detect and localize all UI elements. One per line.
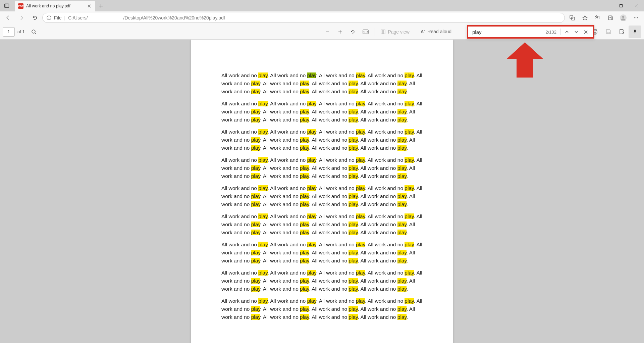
highlight-match: play — [307, 129, 316, 135]
highlight-match: play — [405, 157, 414, 163]
favorites-button[interactable] — [592, 12, 604, 23]
highlight-match: play — [397, 145, 407, 151]
browser-tab[interactable]: PDF All work and no play.pdf — [15, 1, 95, 11]
highlight-match: play — [307, 157, 316, 163]
titlebar: PDF All work and no play.pdf — [0, 0, 644, 11]
highlight-match: play — [405, 72, 414, 78]
page-number-input[interactable] — [3, 27, 15, 37]
highlight-match: play — [356, 242, 365, 247]
plus-icon — [338, 30, 342, 34]
save-icon — [605, 29, 611, 35]
highlight-match: play — [300, 250, 309, 255]
save-button[interactable] — [602, 26, 614, 38]
svg-point-6 — [49, 16, 49, 17]
page-view-button[interactable]: Page view — [378, 29, 412, 35]
svg-point-16 — [634, 17, 635, 18]
back-button[interactable] — [2, 12, 14, 23]
back-arrow-icon — [5, 15, 11, 21]
highlight-match: play — [397, 117, 407, 122]
highlight-match: play — [307, 72, 316, 78]
pdf-toolbar: of 1 Page view A» Read aloud 2/132 — [0, 24, 644, 40]
highlight-match: play — [251, 109, 260, 114]
highlight-match: play — [397, 258, 407, 263]
highlight-match: play — [300, 286, 309, 292]
highlight-match: play — [258, 270, 267, 276]
page-view-icon — [380, 29, 386, 35]
highlight-match: play — [405, 270, 414, 276]
zoom-out-button[interactable] — [321, 26, 334, 38]
highlight-match: play — [300, 201, 309, 207]
paragraph: All work and no play. All work and no pl… — [221, 71, 423, 96]
highlight-match: play — [251, 250, 260, 255]
tab-actions-button[interactable] — [0, 0, 13, 11]
highlight-match: play — [251, 222, 260, 227]
highlight-match: play — [258, 185, 267, 191]
pdf-viewport[interactable]: All work and no play. All work and no pl… — [0, 40, 644, 343]
highlight-match: play — [251, 81, 260, 86]
highlight-match: play — [300, 278, 309, 284]
window-close-button[interactable] — [629, 0, 644, 11]
find-close-button[interactable] — [581, 27, 590, 37]
find-input[interactable] — [471, 29, 543, 36]
new-tab-button[interactable] — [95, 1, 107, 11]
highlight-match: play — [356, 101, 365, 106]
add-favorite-button[interactable] — [579, 12, 591, 23]
tab-title: All work and no play.pdf — [26, 4, 87, 8]
highlight-match: play — [348, 193, 358, 199]
find-prev-button[interactable] — [562, 27, 572, 37]
profile-icon — [620, 14, 627, 21]
highlight-match: play — [405, 129, 414, 135]
toolbar-separator — [415, 28, 415, 36]
maximize-icon — [619, 4, 623, 8]
highlight-match: play — [405, 298, 414, 304]
read-aloud-button[interactable]: A» Read aloud — [418, 29, 454, 34]
highlight-match: play — [251, 173, 260, 179]
save-as-button[interactable] — [615, 26, 628, 38]
address-path-prefix: C:/Users/ — [68, 15, 88, 20]
pin-toolbar-button[interactable] — [629, 26, 641, 38]
highlight-match: play — [251, 230, 260, 235]
address-bar[interactable]: File | C:/Users/ /Desktop/All%20work%20a… — [42, 13, 565, 23]
annotation-arrow — [506, 42, 543, 79]
highlight-match: play — [251, 193, 260, 199]
highlight-match: play — [258, 129, 267, 135]
close-icon — [584, 30, 588, 34]
highlight-match: play — [348, 81, 358, 86]
forward-button[interactable] — [15, 12, 28, 23]
highlight-match: play — [300, 222, 309, 227]
highlight-match: play — [397, 201, 407, 207]
highlight-match: play — [300, 306, 309, 312]
highlight-match: play — [251, 201, 260, 207]
menu-button[interactable] — [630, 12, 642, 23]
translate-button[interactable] — [566, 12, 578, 23]
pin-icon — [632, 29, 638, 35]
zoom-in-button[interactable] — [334, 26, 346, 38]
fit-page-button[interactable] — [359, 26, 372, 38]
dots-icon — [633, 15, 639, 20]
svg-rect-0 — [5, 4, 9, 8]
collections-button[interactable] — [604, 12, 616, 23]
minimize-icon — [604, 4, 607, 8]
highlight-match: play — [356, 157, 365, 163]
minimize-button[interactable] — [598, 0, 613, 11]
refresh-button[interactable] — [29, 12, 41, 23]
collections-icon — [607, 15, 613, 21]
find-next-button[interactable] — [572, 27, 581, 37]
paragraph: All work and no play. All work and no pl… — [221, 269, 423, 293]
rotate-button[interactable] — [346, 26, 359, 38]
page-view-label: Page view — [388, 29, 410, 35]
highlight-match: play — [300, 173, 309, 179]
tab-close-button[interactable] — [87, 3, 92, 9]
highlight-match: play — [356, 298, 365, 304]
profile-button[interactable] — [617, 12, 629, 23]
maximize-button[interactable] — [613, 0, 629, 11]
highlight-match: play — [307, 270, 316, 276]
highlight-match: play — [397, 165, 407, 171]
highlight-match: play — [300, 165, 309, 171]
highlight-match: play — [300, 137, 309, 143]
highlight-match: play — [251, 165, 260, 171]
highlight-match: play — [300, 230, 309, 235]
highlight-match: play — [348, 230, 358, 235]
find-button[interactable] — [28, 26, 40, 38]
highlight-match: play — [307, 101, 316, 106]
